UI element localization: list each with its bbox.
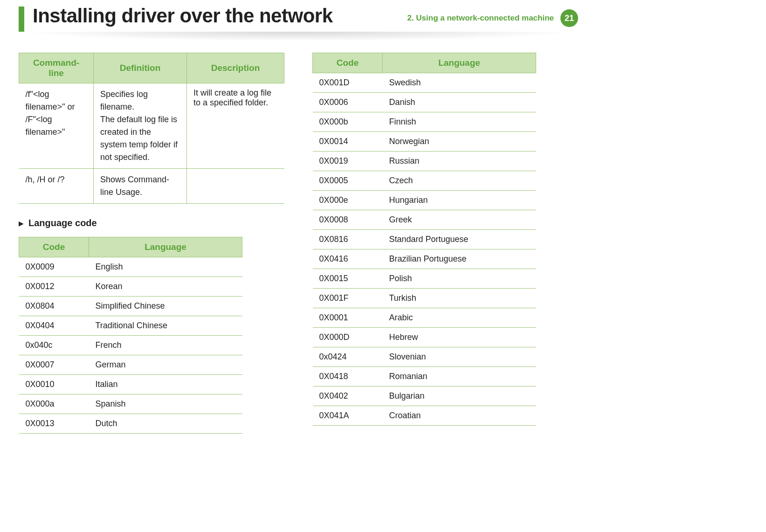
cell-definition: Shows Command-line Usage. [94,169,187,204]
table-row: 0X0804Simplified Chinese [19,297,242,316]
cell-code: 0X0007 [19,355,89,375]
cell-code: 0X0001 [313,308,383,328]
header-language: Language [89,237,242,257]
cell-code: 0X0008 [313,210,383,230]
cell-code: 0X0015 [313,269,383,289]
content-columns: Command- line Definition Description /f"… [19,53,578,434]
table-row: 0X0402Bulgarian [313,387,536,406]
header-description: Description [187,53,284,83]
cell-code: 0X0816 [313,230,383,249]
table-row: 0X0007German [19,355,242,375]
header-shadow [19,32,578,41]
cell-language: Swedish [383,73,536,93]
table-row: 0X000aSpanish [19,394,242,414]
cell-code: 0X0418 [313,367,383,387]
cell-language: Korean [89,277,242,297]
cell-language: Simplified Chinese [89,297,242,316]
table-row: 0X0015Polish [313,269,536,289]
cell-language: Romanian [383,367,536,387]
table-header-row: Command- line Definition Description [19,53,284,83]
cell-code: 0X0010 [19,375,89,394]
header-definition: Definition [94,53,187,83]
cell-language: German [89,355,242,375]
cell-language: Greek [383,210,536,230]
cell-language: Dutch [89,414,242,434]
triangle-icon: ▶ [19,220,24,227]
header-code: Code [19,237,89,257]
header-command-line: Command- line [19,53,94,83]
table-row: 0X0010Italian [19,375,242,394]
cell-code: 0x040c [19,336,89,355]
cell-code: 0x0424 [313,347,383,367]
cell-language: Finnish [383,112,536,132]
cell-language: Brazilian Portuguese [383,249,536,269]
table-row: 0X0404Traditional Chinese [19,316,242,336]
cell-code: 0X001D [313,73,383,93]
cell-language: Traditional Chinese [89,316,242,336]
right-column: Code Language 0X001DSwedish0X0006Danish0… [312,53,578,434]
cell-language: Norwegian [383,132,536,152]
command-line-table: Command- line Definition Description /f"… [19,53,284,204]
page-container: Installing driver over the network 2. Us… [0,0,597,452]
table-row: 0X0418Romanian [313,367,536,387]
cell-language: Arabic [383,308,536,328]
table-row: 0X000eHungarian [313,191,536,210]
cell-description [187,169,284,204]
table-row: /f"<log filename>" or/F"<log filename>"S… [19,83,284,169]
cell-language: Czech [383,171,536,191]
table-row: 0X0019Russian [313,152,536,171]
cell-code: 0X0804 [19,297,89,316]
table-row: 0X0005Czech [313,171,536,191]
cell-code: 0X0009 [19,257,89,277]
header-right: 2. Using a network-connected machine 21 [407,9,578,27]
table-row: 0X0816Standard Portuguese [313,230,536,249]
cell-language: Polish [383,269,536,289]
cell-language: French [89,336,242,355]
table-row: 0X000bFinnish [313,112,536,132]
cell-command: /f"<log filename>" or/F"<log filename>" [19,83,94,169]
cell-code: 0X0013 [19,414,89,434]
cell-code: 0X0019 [313,152,383,171]
header-left: Installing driver over the network [19,5,333,32]
cell-language: English [89,257,242,277]
cell-language: Italian [89,375,242,394]
section-heading-text: Language code [28,218,97,228]
table-row: 0X001FTurkish [313,289,536,308]
cell-language: Slovenian [383,347,536,367]
table-row: /h, /H or /?Shows Command-line Usage. [19,169,284,204]
cell-code: 0X000a [19,394,89,414]
cell-code: 0X000D [313,328,383,347]
table-header-row: Code Language [313,53,536,73]
cell-language: Danish [383,93,536,112]
header-language: Language [383,53,536,73]
table-row: 0x0424Slovenian [313,347,536,367]
language-table-left: Code Language 0X0009English0X0012Korean0… [19,237,242,434]
left-column: Command- line Definition Description /f"… [19,53,284,434]
cell-command: /h, /H or /? [19,169,94,204]
table-row: 0X000DHebrew [313,328,536,347]
cell-language: Hungarian [383,191,536,210]
table-row: 0X0013Dutch [19,414,242,434]
cell-definition: Specifies log filename.The default log f… [94,83,187,169]
table-header-row: Code Language [19,237,242,257]
table-row: 0X0001Arabic [313,308,536,328]
page-number-badge: 21 [560,9,578,27]
table-row: 0X0012Korean [19,277,242,297]
table-row: 0X0009English [19,257,242,277]
cell-language: Russian [383,152,536,171]
language-code-heading: ▶ Language code [19,218,284,228]
table-row: 0X0008Greek [313,210,536,230]
cell-code: 0X000e [313,191,383,210]
page-title: Installing driver over the network [33,5,333,27]
table-row: 0x040cFrench [19,336,242,355]
language-table-right: Code Language 0X001DSwedish0X0006Danish0… [312,53,536,426]
table-row: 0X0416Brazilian Portuguese [313,249,536,269]
cell-code: 0X0014 [313,132,383,152]
cell-code: 0X0404 [19,316,89,336]
table-row: 0X0014Norwegian [313,132,536,152]
cell-code: 0X001F [313,289,383,308]
accent-bar [19,7,24,32]
cell-code: 0X0012 [19,277,89,297]
cell-code: 0X0416 [313,249,383,269]
header-code: Code [313,53,383,73]
